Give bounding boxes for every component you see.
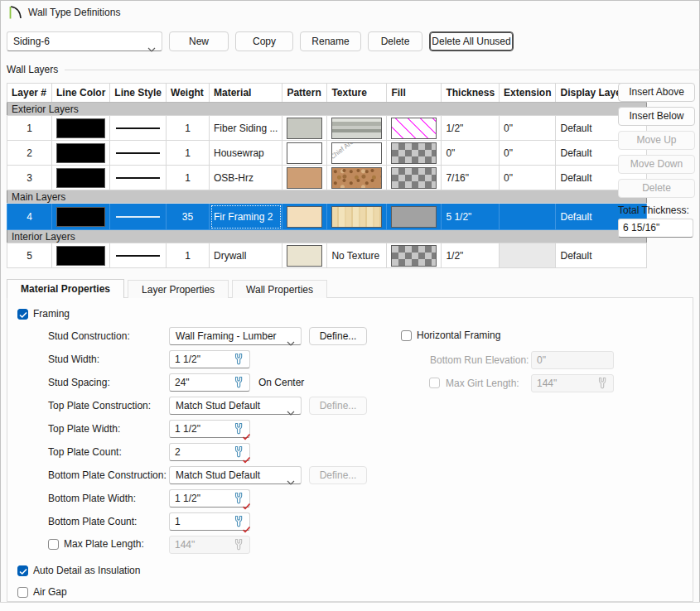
line-style-cell[interactable] [110,166,167,190]
weight-cell[interactable]: 1 [167,141,210,166]
texture-swatch[interactable] [331,118,382,139]
pattern-cell[interactable] [282,204,327,230]
pattern-swatch[interactable] [287,206,322,228]
line-color-swatch[interactable] [56,246,105,266]
top-plate-count-input[interactable]: 2 [169,443,250,461]
pattern-swatch[interactable] [287,245,322,267]
texture-cell[interactable]: No Texture [327,243,387,268]
display-layer-cell[interactable]: Default [556,243,647,268]
layer-num-cell[interactable]: 1 [7,116,52,141]
pattern-cell[interactable] [282,243,327,268]
move-up-button[interactable]: Move Up [618,131,695,150]
line-color-cell[interactable] [52,243,110,268]
wrench-icon[interactable] [232,376,245,389]
col-layer-num[interactable]: Layer # [7,84,52,103]
extension-cell[interactable] [500,204,556,230]
col-pattern[interactable]: Pattern [282,84,327,103]
extension-cell[interactable]: 0" [500,141,556,166]
material-cell-focused[interactable]: Fir Framing 2 [210,204,282,230]
col-texture[interactable]: Texture [327,84,387,103]
texture-cell[interactable] [327,116,387,141]
copy-button[interactable]: Copy [235,31,293,51]
line-style-cell[interactable] [110,141,167,166]
texture-cell[interactable] [327,166,387,190]
move-down-button[interactable]: Move Down [618,155,695,174]
fill-swatch[interactable] [391,167,437,189]
fill-cell[interactable] [387,116,442,141]
pattern-swatch[interactable] [287,142,322,164]
bottom-plate-construction-select[interactable]: Match Stud Default [169,466,302,484]
line-style-cell[interactable] [110,116,167,141]
texture-cell[interactable] [327,204,387,230]
weight-cell[interactable]: 1 [167,243,210,268]
delete-button[interactable]: Delete [368,31,422,51]
col-line-color[interactable]: Line Color [52,84,110,103]
col-thickness[interactable]: Thickness [442,84,500,103]
new-button[interactable]: New [169,31,229,51]
line-color-cell[interactable] [52,141,110,166]
table-row-layer-4-selected[interactable]: 4 35 Fir Framing 2 5 1/2" Default [7,204,647,230]
stud-width-input[interactable]: 1 1/2" [169,350,250,368]
thickness-cell[interactable]: 1/2" [442,116,500,141]
insert-below-button[interactable]: Insert Below [618,107,695,126]
line-style-cell[interactable] [110,243,167,268]
horizontal-framing-checkbox[interactable] [401,330,412,341]
bottom-plate-define-button[interactable]: Define... [309,466,367,484]
weight-cell[interactable]: 1 [167,166,210,190]
stud-construction-define-button[interactable]: Define... [309,327,367,345]
total-thickness-input[interactable]: 6 15/16" [618,219,693,238]
max-plate-length-checkbox[interactable] [48,539,59,550]
line-color-swatch[interactable] [56,118,105,138]
fill-cell[interactable] [387,243,442,268]
texture-cell[interactable]: Chief Architect [327,141,387,166]
line-color-cell[interactable] [52,204,110,230]
pattern-cell[interactable] [282,166,327,190]
layer-num-cell[interactable]: 4 [7,204,52,230]
table-row-layer-1[interactable]: 1 1 Fiber Siding ... 1/2" 0" Default [7,116,647,141]
line-style-cell[interactable] [110,204,167,230]
pattern-swatch[interactable] [287,118,322,139]
pattern-cell[interactable] [282,116,327,141]
weight-cell[interactable]: 35 [167,204,210,230]
wall-type-select[interactable]: Siding-6 [7,31,162,51]
thickness-cell[interactable]: 1/2" [442,243,500,268]
line-color-cell[interactable] [52,116,110,141]
fill-cell[interactable] [387,141,442,166]
material-cell[interactable]: Housewrap [210,141,282,166]
bottom-plate-count-input[interactable]: 1 [169,512,250,531]
top-plate-width-input[interactable]: 1 1/2" [169,420,250,438]
line-color-swatch[interactable] [56,168,105,188]
texture-swatch[interactable] [331,206,382,228]
pattern-swatch[interactable] [287,167,322,189]
col-extension[interactable]: Extension [500,84,556,103]
max-girt-length-checkbox[interactable] [429,378,440,388]
weight-cell[interactable]: 1 [167,116,210,141]
thickness-cell[interactable]: 0" [442,141,500,166]
wrench-icon[interactable] [232,353,245,366]
col-line-style[interactable]: Line Style [110,84,167,103]
line-color-swatch[interactable] [56,143,105,163]
fill-swatch[interactable] [391,245,437,267]
delete-all-unused-button[interactable]: Delete All Unused [429,31,514,51]
bottom-plate-width-input[interactable]: 1 1/2" [169,489,250,508]
col-weight[interactable]: Weight [167,84,210,103]
layer-num-cell[interactable]: 2 [7,141,52,166]
tab-layer-properties[interactable]: Layer Properties [128,280,229,298]
table-row-layer-2[interactable]: 2 1 Housewrap Chief Architect 0" 0" Defa… [7,141,647,166]
material-cell[interactable]: Fiber Siding ... [210,116,282,141]
fill-swatch[interactable] [391,142,437,164]
pattern-cell[interactable] [282,141,327,166]
table-row-layer-3[interactable]: 3 1 OSB-Hrz 7/16" 0" Default [7,166,647,190]
auto-detail-insulation-checkbox[interactable] [17,565,28,576]
material-cell[interactable]: OSB-Hrz [210,166,282,190]
texture-swatch[interactable]: Chief Architect [331,142,382,164]
table-row-layer-5[interactable]: 5 1 Drywall No Texture 1/2" Default [7,243,647,268]
insert-above-button[interactable]: Insert Above [618,83,695,102]
stud-spacing-input[interactable]: 24" [169,373,250,392]
thickness-cell[interactable]: 7/16" [442,166,500,190]
layer-num-cell[interactable]: 3 [7,166,52,190]
top-plate-construction-select[interactable]: Match Stud Default [169,397,302,415]
material-cell[interactable]: Drywall [210,243,282,268]
texture-swatch[interactable] [331,167,382,189]
fill-swatch[interactable] [391,118,437,139]
